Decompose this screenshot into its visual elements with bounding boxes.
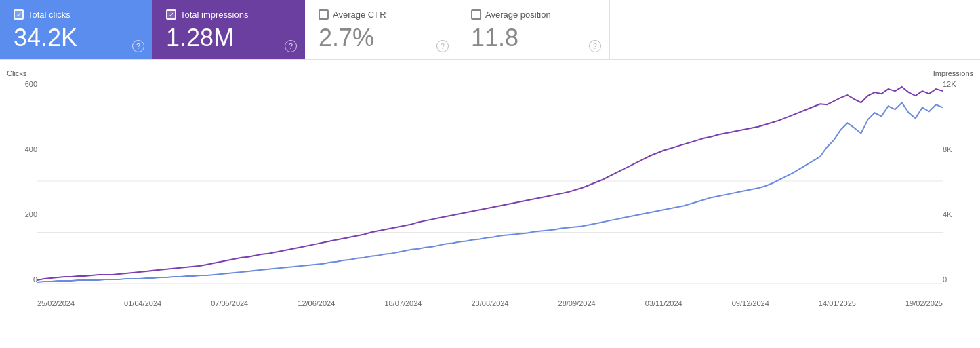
right-label-0: 0 (943, 275, 947, 284)
x-label-9: 14/01/2025 (819, 299, 856, 307)
right-label-8k: 8K (943, 145, 952, 153)
position-checkbox[interactable] (471, 9, 481, 20)
left-label-200: 200 (25, 210, 37, 218)
left-label-400: 400 (25, 145, 37, 153)
ctr-value: 2.7% (319, 24, 443, 52)
left-y-axis: 600 400 200 0 (7, 80, 37, 284)
chart-area: Clicks Impressions 600 400 200 0 12K 8K … (0, 60, 980, 311)
x-label-6: 28/09/2024 (558, 299, 596, 307)
position-value: 11.8 (471, 24, 596, 52)
x-label-7: 03/11/2024 (645, 299, 682, 307)
clicks-checkbox[interactable] (14, 9, 24, 20)
x-label-8: 09/12/2024 (732, 299, 769, 307)
ctr-help-icon[interactable]: ? (436, 40, 449, 52)
position-help-icon[interactable]: ? (589, 40, 601, 52)
metric-total-impressions[interactable]: Total impressions 1.28M ? (152, 0, 305, 59)
x-label-3: 12/06/2024 (298, 299, 335, 307)
metric-average-position[interactable]: Average position 11.8 ? (457, 0, 610, 59)
x-label-5: 23/08/2024 (471, 299, 508, 307)
ctr-checkbox[interactable] (319, 9, 329, 20)
x-axis-labels: 25/02/2024 01/04/2024 07/05/2024 12/06/2… (37, 299, 943, 307)
chart-svg (37, 79, 943, 284)
right-label-12k: 12K (943, 80, 956, 88)
metric-clicks-label: Total clicks (14, 9, 139, 20)
impressions-value: 1.28M (166, 24, 291, 52)
clicks-help-icon[interactable]: ? (132, 40, 144, 52)
impressions-line (37, 87, 943, 280)
metric-ctr-label: Average CTR (319, 9, 443, 20)
metric-position-label: Average position (471, 9, 596, 20)
left-label-600: 600 (25, 80, 37, 88)
x-label-2: 07/05/2024 (211, 299, 248, 307)
clicks-value: 34.2K (14, 24, 139, 52)
left-axis-title: Clicks (7, 69, 26, 77)
impressions-checkbox[interactable] (166, 9, 176, 20)
x-label-4: 18/07/2024 (384, 299, 422, 307)
clicks-line (37, 102, 943, 282)
x-label-0: 25/02/2024 (37, 299, 75, 307)
impressions-help-icon[interactable]: ? (285, 40, 297, 52)
metric-total-clicks[interactable]: Total clicks 34.2K ? (0, 0, 152, 59)
right-label-4k: 4K (943, 210, 952, 218)
metric-average-ctr[interactable]: Average CTR 2.7% ? (305, 0, 457, 59)
right-axis-title: Impressions (933, 69, 973, 77)
x-label-10: 19/02/2025 (905, 299, 943, 307)
metrics-bar: Total clicks 34.2K ? Total impressions 1… (0, 0, 980, 60)
metric-impressions-label: Total impressions (166, 9, 291, 20)
right-y-axis: 12K 8K 4K 0 (943, 80, 973, 284)
x-label-1: 01/04/2024 (124, 299, 161, 307)
